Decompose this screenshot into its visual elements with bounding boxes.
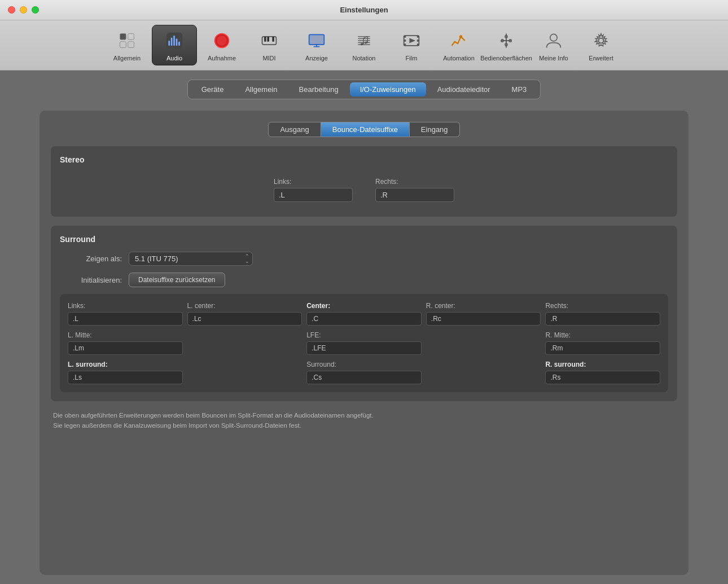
zeigen-als-row: Zeigen als: 5.1 (ITU 775) 5.1 7.1 7.1 SD…: [60, 252, 668, 266]
titlebar: Einstellungen: [0, 0, 728, 20]
surround-center-cell: Center:: [306, 302, 422, 326]
toolbar-item-midi[interactable]: MIDI: [247, 25, 292, 65]
tab-allgemein[interactable]: Allgemein: [235, 82, 287, 96]
svg-point-46: [599, 38, 604, 43]
toolbar-label-notation: Notation: [353, 55, 376, 62]
toolbar-item-erweitert[interactable]: Erweitert: [578, 25, 624, 65]
surround-lfe-label: LFE:: [306, 331, 422, 339]
svg-rect-0: [120, 34, 126, 40]
stereo-links-label: Links:: [274, 178, 353, 186]
reset-button[interactable]: Dateisuffixe zurücksetzen: [129, 273, 225, 287]
surround-rmitte-input[interactable]: [545, 341, 660, 355]
surround-lfe-input[interactable]: [306, 341, 422, 355]
svg-point-11: [217, 36, 227, 46]
toolbar-item-automation[interactable]: Automation: [436, 25, 481, 65]
toolbar-label-midi: MIDI: [262, 55, 275, 62]
svg-rect-15: [272, 37, 274, 42]
surround-rsurround-cell: R. surround:: [545, 361, 660, 384]
surround-lmitte-label: L. Mitte:: [68, 331, 183, 339]
svg-rect-9: [178, 42, 180, 46]
surround-center-input[interactable]: [306, 312, 422, 326]
surround-title: Surround: [60, 235, 668, 244]
surround-empty3-cell: [187, 361, 302, 384]
surround-rsurround-input[interactable]: [545, 371, 660, 384]
toolbar-item-meineinfo[interactable]: Meine Info: [531, 25, 576, 65]
toolbar-label-audio: Audio: [166, 55, 182, 62]
init-row: Initialisieren: Dateisuffixe zurücksetze…: [60, 273, 668, 287]
subtab-bounce-dateisuffixe[interactable]: Bounce-Dateisuffixe: [321, 122, 410, 137]
surround-links-label: Links:: [68, 302, 183, 310]
surround-rmitte-cell: R. Mitte:: [545, 331, 660, 355]
surround-links-cell: Links:: [68, 302, 183, 326]
stereo-title: Stereo: [60, 155, 668, 164]
svg-point-45: [550, 34, 557, 41]
general-icon: [115, 29, 139, 52]
surround-csurround-label: Surround:: [306, 361, 422, 368]
stereo-section: Stereo Links: Rechts:: [51, 146, 677, 217]
tab-audiodateieditor[interactable]: Audiodateieditor: [427, 82, 501, 96]
surround-section: Surround Zeigen als: 5.1 (ITU 775) 5.1 7…: [51, 226, 677, 401]
surround-links-input[interactable]: [68, 312, 183, 326]
surround-grid: Links: L. center: Center: R. center: Rec…: [60, 294, 668, 392]
svg-rect-7: [173, 36, 175, 46]
zeigen-als-select[interactable]: 5.1 (ITU 775) 5.1 7.1 7.1 SDDS: [129, 252, 253, 266]
svg-rect-6: [171, 38, 173, 46]
surround-lmitte-input[interactable]: [68, 341, 183, 355]
init-label: Initialisieren:: [60, 276, 122, 284]
svg-rect-36: [417, 39, 419, 42]
subtab-eingang[interactable]: Eingang: [410, 122, 460, 137]
surround-rechts-cell: Rechts:: [545, 302, 660, 326]
zeigen-als-select-wrapper: 5.1 (ITU 775) 5.1 7.1 7.1 SDDS: [129, 252, 253, 266]
surround-controls: Zeigen als: 5.1 (ITU 775) 5.1 7.1 7.1 SD…: [60, 252, 668, 287]
toolbar-item-bedien[interactable]: Bedienoberflächen: [484, 25, 529, 65]
midi-icon: [257, 29, 281, 52]
toolbar-item-film[interactable]: Film: [389, 25, 434, 65]
surround-rechts-input[interactable]: [545, 312, 660, 326]
toolbar-item-anzeige[interactable]: Anzeige: [294, 25, 339, 65]
svg-marker-31: [409, 38, 415, 43]
subtab-bar: Ausgang Bounce-Dateisuffixe Eingang: [51, 122, 677, 137]
surround-lcenter-input[interactable]: [187, 312, 302, 326]
surround-csurround-input[interactable]: [306, 371, 422, 384]
footer-note-line1: Die oben aufgeführten Erweiterungen werd…: [53, 412, 374, 419]
zeigen-als-label: Zeigen als:: [60, 254, 122, 263]
toolbar-label-erweitert: Erweitert: [589, 55, 613, 62]
stereo-links-input[interactable]: [274, 188, 353, 202]
audio-icon: [163, 29, 186, 52]
close-button[interactable]: [8, 6, 15, 14]
surround-lmitte-cell: L. Mitte:: [68, 331, 183, 355]
toolbar-item-audio[interactable]: Audio: [152, 25, 197, 65]
svg-rect-5: [168, 41, 170, 46]
toolbar-label-aufnahme: Aufnahme: [208, 55, 236, 62]
svg-rect-3: [128, 42, 134, 48]
stereo-links-group: Links:: [274, 178, 353, 202]
svg-rect-34: [404, 43, 406, 46]
toolbar-item-notation[interactable]: Notation: [341, 25, 387, 65]
surround-rcenter-input[interactable]: [426, 312, 541, 326]
record-icon: [210, 29, 234, 52]
tab-mp3[interactable]: MP3: [502, 82, 537, 96]
automation-icon: [447, 29, 471, 52]
surround-lsurround-input[interactable]: [68, 371, 183, 384]
toolbar-item-aufnahme[interactable]: Aufnahme: [199, 25, 244, 65]
svg-rect-13: [264, 37, 266, 42]
surround-rmitte-label: R. Mitte:: [545, 331, 660, 339]
window-controls[interactable]: [8, 6, 39, 14]
stereo-rechts-input[interactable]: [375, 188, 454, 202]
surround-empty1-cell: [187, 331, 302, 355]
gear-icon: [589, 29, 613, 52]
tab-geraete[interactable]: Geräte: [191, 82, 234, 96]
minimize-button[interactable]: [20, 6, 27, 14]
tab-io-zuweisungen[interactable]: I/O-Zuweisungen: [350, 82, 426, 96]
subtab-ausgang[interactable]: Ausgang: [268, 122, 321, 137]
window-title: Einstellungen: [340, 6, 388, 14]
toolbar-label-automation: Automation: [443, 55, 475, 62]
surround-rsurround-label: R. surround:: [545, 361, 660, 368]
maximize-button[interactable]: [32, 6, 39, 14]
stereo-rechts-label: Rechts:: [375, 178, 454, 186]
surround-empty4-cell: [426, 361, 541, 384]
svg-rect-2: [120, 42, 126, 48]
toolbar-label-anzeige: Anzeige: [305, 55, 328, 62]
toolbar-item-allgemein[interactable]: Allgemein: [104, 25, 150, 65]
tab-bearbeitung[interactable]: Bearbeitung: [289, 82, 349, 96]
